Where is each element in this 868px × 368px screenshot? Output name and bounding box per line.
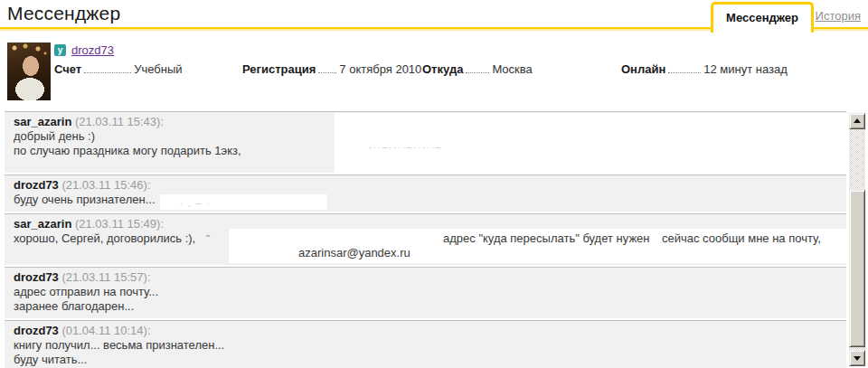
scroll-thumb[interactable] [849,190,865,347]
online-status-icon: у [54,44,66,56]
tab-messenger[interactable]: Мессенджер [711,2,814,33]
message-line: хорошо, Сергей, договорились :),˜ адрес … [14,231,837,246]
field-value: Москва [492,62,532,76]
profile-fields: СчетУчебный Регистрация7 октября 2010 От… [0,62,868,77]
profile-name-row: уdrozd73 [54,42,114,57]
message-line: книгу получил... весьма признателен... [14,338,837,353]
profile-field-location: ОткудаМосква [422,62,533,76]
field-value: 12 минут назад [703,62,788,76]
message-timestamp: (21.03.11 15:43): [75,115,164,128]
message-author: sar_azarin [14,217,71,231]
dotted-leader [318,64,336,73]
dotted-leader [466,64,489,73]
message-header: drozd73 (01.04.11 10:14): [14,324,837,338]
scroll-down-button[interactable] [849,350,865,366]
redaction-remnant: ˜ [206,233,210,244]
field-label: Регистрация [242,62,316,76]
message-list: -··–·-··–··-··– sar_azarin (21.03.11 15:… [5,111,846,368]
scrollbar [849,113,865,366]
field-label: Онлайн [621,62,665,76]
message-author: drozd73 [14,324,59,337]
tab-history[interactable]: История [816,9,861,23]
dotted-leader [668,64,701,73]
message-header: drozd73 (21.03.11 15:46): [14,178,837,193]
message-author: sar_azarin [14,115,71,128]
profile-section: уdrozd73 СчетУчебный Регистрация7 октябр… [0,33,868,111]
message-header: drozd73 (21.03.11 15:57): [14,270,837,285]
message-timestamp: (21.03.11 15:57): [61,270,150,284]
message-row: -··–·-··–··-··– sar_azarin (21.03.11 15:… [5,111,846,173]
message-row: sar_azarin (21.03.11 15:49): хорошо, Сер… [5,213,846,265]
message-line: добрый день :) [14,129,837,144]
dotted-leader [84,64,131,73]
message-row: drozd73 (21.03.11 15:57): адрес отправил… [5,267,846,318]
profile-field-account: СчетУчебный [54,62,183,76]
message-text-part: адрес "куда пересылать" будет нужен [443,231,650,246]
message-timestamp: (21.03.11 15:49): [75,217,164,231]
message-text-part: хорошо, Сергей, договорились :), [14,231,195,245]
message-line: по случаю праздника могу подарить 1экз, [14,144,837,158]
field-value: 7 октября 2010 [339,62,421,76]
message-header: sar_azarin (21.03.11 15:43): [14,115,837,129]
message-line: буду очень признателен... [14,193,837,207]
message-line: заранее благодарен... [14,299,837,314]
field-label: Счет [54,62,81,76]
message-author: drozd73 [14,270,59,284]
message-timestamp: (01.04.11 10:14): [61,324,150,337]
message-author: drozd73 [14,178,59,192]
arrow-down-icon [854,356,861,361]
message-text-part: сейчас сообщи мне на почту, [662,231,821,246]
page-title: Мессенджер [7,3,120,24]
scroll-up-button[interactable] [849,113,865,129]
message-line: буду читать... [14,353,837,367]
header: Мессенджер Мессенджер История [0,0,868,33]
profile-field-online: Онлайн12 минут назад [621,62,788,76]
message-row: drozd73 (01.04.11 10:14): книгу получил.… [5,320,846,368]
field-value: Учебный [134,62,182,76]
message-header: sar_azarin (21.03.11 15:49): [14,217,837,231]
username-link[interactable]: drozd73 [71,43,114,57]
message-row: · ‚ – · drozd73 (21.03.11 15:46): буду о… [5,175,846,212]
profile-field-registration: Регистрация7 октября 2010 [242,62,421,76]
message-line: адрес отправил на почту... [14,285,837,299]
field-label: Откуда [422,62,463,76]
email-text: azarinsar@yandex.ru [298,246,837,260]
message-timestamp: (21.03.11 15:46): [61,178,150,192]
arrow-up-icon [854,118,861,123]
